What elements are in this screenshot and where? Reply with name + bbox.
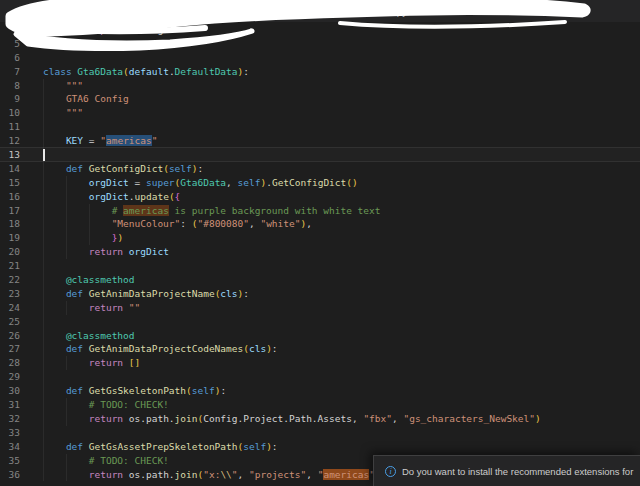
- code-line[interactable]: 17 # americas is purple background with …: [0, 204, 640, 218]
- code-line[interactable]: 26 @classmethod: [0, 329, 640, 343]
- code-line[interactable]: 20 return orgDict: [0, 245, 640, 259]
- indent-guide: [43, 468, 44, 482]
- breadcrumb-item[interactable]: GTA6.py: [356, 6, 408, 17]
- line-number[interactable]: 28: [0, 356, 20, 370]
- breadcrumb-item[interactable]: _ProjectsData: [277, 6, 340, 17]
- line-number[interactable]: 10: [0, 106, 20, 120]
- line-number[interactable]: 34: [0, 440, 20, 454]
- line-number[interactable]: 30: [0, 384, 20, 398]
- line-number[interactable]: 12: [0, 134, 20, 148]
- code-text: """: [43, 79, 83, 93]
- line-number[interactable]: 25: [0, 315, 20, 329]
- line-number[interactable]: 16: [0, 190, 20, 204]
- line-number[interactable]: 8: [0, 79, 20, 93]
- indent-guide: [89, 217, 90, 231]
- code-text: return "": [43, 301, 140, 315]
- code-line[interactable]: 19 }): [0, 231, 640, 245]
- code-line[interactable]: 28 return []: [0, 356, 640, 370]
- line-number[interactable]: 13: [0, 148, 20, 162]
- indent-guide: [66, 176, 67, 190]
- line-number[interactable]: 22: [0, 273, 20, 287]
- indent-guide: [43, 259, 44, 273]
- line-number[interactable]: 24: [0, 301, 20, 315]
- line-number[interactable]: 29: [0, 370, 20, 384]
- line-number[interactable]: 15: [0, 176, 20, 190]
- line-number[interactable]: 21: [0, 259, 20, 273]
- code-text: @classmethod: [43, 273, 135, 287]
- code-line[interactable]: 18 "MenuColour": ("#800080", "white"),: [0, 217, 640, 231]
- line-number[interactable]: 36: [0, 468, 20, 482]
- code-editor[interactable]: 4from RS import Config567class Gta6Data(…: [0, 22, 640, 486]
- line-number[interactable]: 23: [0, 287, 20, 301]
- line-number[interactable]: 6: [0, 51, 20, 65]
- line-number[interactable]: 26: [0, 329, 20, 343]
- code-line[interactable]: 33: [0, 426, 640, 440]
- code-line[interactable]: 25: [0, 315, 640, 329]
- line-number[interactable]: 31: [0, 398, 20, 412]
- indent-guide: [66, 204, 67, 218]
- code-line[interactable]: 4from RS import Config: [0, 23, 640, 37]
- code-line[interactable]: 9 GTA6 Config: [0, 92, 640, 106]
- line-number[interactable]: 27: [0, 342, 20, 356]
- indent-guide: [66, 356, 67, 370]
- code-line[interactable]: 10 """: [0, 106, 640, 120]
- line-number[interactable]: 5: [0, 37, 20, 51]
- code-text: # TODO: CHECK!: [43, 398, 169, 412]
- notification-toast[interactable]: i Do you want to install the recommended…: [373, 455, 640, 486]
- line-number[interactable]: 11: [0, 120, 20, 134]
- line-number[interactable]: 35: [0, 454, 20, 468]
- line-number[interactable]: 14: [0, 162, 20, 176]
- code-line[interactable]: 32 return os.path.join(Config.Project.Pa…: [0, 412, 640, 426]
- code-line[interactable]: 7class Gta6Data(default.DefaultData):: [0, 65, 640, 79]
- indent-guide: [66, 398, 67, 412]
- line-number[interactable]: 17: [0, 204, 20, 218]
- code-text: # americas is purple background with whi…: [43, 204, 380, 218]
- code-text: @classmethod: [43, 329, 135, 343]
- code-text: GTA6 Config: [43, 92, 129, 106]
- line-number[interactable]: 19: [0, 231, 20, 245]
- code-line[interactable]: 21: [0, 259, 640, 273]
- line-number[interactable]: 9: [0, 92, 20, 106]
- code-line[interactable]: 30 def GetGsSkeletonPath(self):: [0, 384, 640, 398]
- line-number[interactable]: 18: [0, 217, 20, 231]
- code-line[interactable]: 16 orgDict.update({: [0, 190, 640, 204]
- code-line[interactable]: 27 def GetAnimDataProjectCodeNames(cls):: [0, 342, 640, 356]
- code-line[interactable]: 24 return "": [0, 301, 640, 315]
- indent-guide: [43, 329, 44, 343]
- indent-guide: [43, 384, 44, 398]
- indent-guide: [43, 315, 44, 329]
- code-text: def GetGsSkeletonPath(self):: [43, 384, 226, 398]
- indent-guide: [43, 134, 44, 148]
- code-line[interactable]: 23 def GetAnimDataProjectName(cls):: [0, 287, 640, 301]
- code-line[interactable]: 5: [0, 37, 640, 51]
- indent-guide: [66, 190, 67, 204]
- indent-guide: [66, 412, 67, 426]
- code-line[interactable]: 12 KEY = "americas": [0, 134, 640, 148]
- code-line[interactable]: 6: [0, 51, 640, 65]
- code-line[interactable]: 29: [0, 370, 640, 384]
- breadcrumb-separator-icon: >: [267, 5, 272, 17]
- breadcrumb-bar: python>RS>_ProjectsData>GTA6.py: [0, 0, 640, 22]
- code-text: }): [43, 231, 123, 245]
- code-line[interactable]: 22 @classmethod: [0, 273, 640, 287]
- indent-guide: [43, 412, 44, 426]
- breadcrumb-item[interactable]: python: [203, 6, 233, 17]
- code-line[interactable]: 34 def GetGsAssetPrepSkeletonPath(self):: [0, 440, 640, 454]
- code-line[interactable]: 13: [0, 148, 640, 162]
- breadcrumb-item[interactable]: RS: [248, 6, 262, 17]
- line-number[interactable]: 32: [0, 412, 20, 426]
- indent-guide: [43, 440, 44, 454]
- code-line[interactable]: 31 # TODO: CHECK!: [0, 398, 640, 412]
- indent-guide: [43, 204, 44, 218]
- code-line[interactable]: 8 """: [0, 79, 640, 93]
- code-text: KEY = "americas": [43, 134, 157, 148]
- line-number[interactable]: 33: [0, 426, 20, 440]
- indent-guide: [89, 204, 90, 218]
- code-line[interactable]: 14 def GetConfigDict(self):: [0, 162, 640, 176]
- code-line[interactable]: 15 orgDict = super(Gta6Data, self).GetCo…: [0, 176, 640, 190]
- code-text: return orgDict: [43, 245, 169, 259]
- line-number[interactable]: 4: [0, 23, 20, 37]
- code-line[interactable]: 11: [0, 120, 640, 134]
- line-number[interactable]: 7: [0, 65, 20, 79]
- line-number[interactable]: 20: [0, 245, 20, 259]
